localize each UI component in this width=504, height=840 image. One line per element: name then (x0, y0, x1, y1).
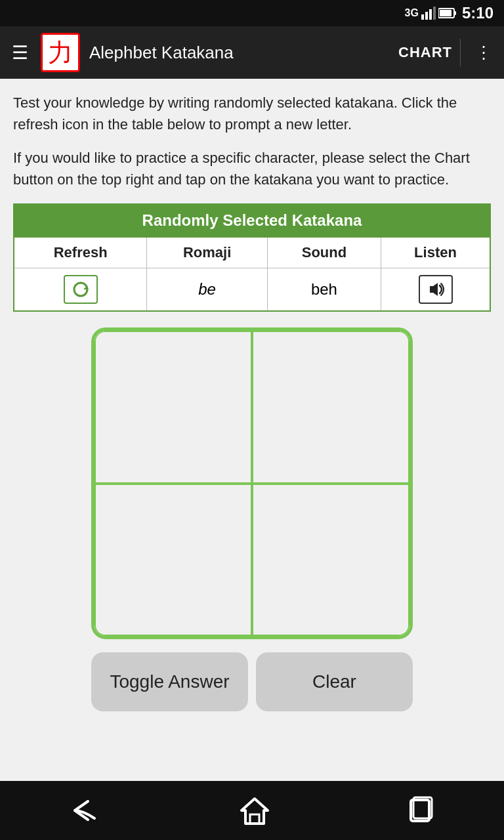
status-bar: 3G 5:10 (0, 0, 504, 26)
table-data-row: be beh (14, 268, 490, 312)
logo-kanji: 力 (48, 40, 73, 65)
signal-bars-icon (421, 7, 436, 20)
svg-rect-3 (433, 7, 436, 20)
svg-marker-9 (242, 799, 268, 824)
refresh-cell (14, 268, 147, 312)
back-icon (68, 797, 102, 824)
bottom-nav-bar (0, 781, 504, 840)
table-header: Randomly Selected Katakana (14, 204, 490, 237)
menu-icon[interactable]: ☰ (8, 42, 32, 64)
svg-rect-0 (421, 14, 424, 20)
drawing-cell-bottom-left[interactable] (94, 484, 252, 637)
signal-indicator: 3G (405, 7, 457, 20)
network-type: 3G (405, 7, 419, 19)
sound-value: beh (311, 280, 337, 298)
svg-marker-8 (430, 283, 438, 296)
toggle-answer-button[interactable]: Toggle Answer (91, 652, 248, 711)
app-title: Alephbet Katakana (89, 43, 381, 63)
table-columns: Refresh Romaji Sound Listen (14, 237, 490, 268)
katakana-table: Randomly Selected Katakana Refresh Romaj… (13, 203, 491, 312)
clear-button[interactable]: Clear (256, 652, 413, 711)
col-romaji: Romaji (147, 237, 268, 268)
col-listen: Listen (381, 237, 491, 268)
refresh-button[interactable] (64, 275, 98, 304)
app-bar: ☰ 力 Alephbet Katakana CHART ⋮ (0, 26, 504, 79)
app-logo: 力 (41, 33, 80, 72)
col-refresh: Refresh (14, 237, 147, 268)
content-area: Test your knowledge by writing randomly … (0, 79, 504, 781)
drawing-cell-top-left[interactable] (94, 331, 252, 484)
recents-icon (407, 796, 436, 825)
drawing-canvas[interactable] (91, 327, 413, 639)
home-nav-button[interactable] (219, 789, 290, 831)
action-buttons-row: Toggle Answer Clear (91, 652, 413, 711)
svg-rect-6 (440, 10, 452, 16)
col-sound: Sound (267, 237, 381, 268)
listen-cell (381, 268, 491, 312)
status-time: 5:10 (462, 4, 494, 22)
instructions-block: Test your knowledge by writing randomly … (13, 92, 491, 190)
overflow-menu-icon[interactable]: ⋮ (470, 37, 496, 68)
back-nav-button[interactable] (49, 791, 122, 830)
svg-rect-2 (429, 9, 432, 20)
instructions-para1: Test your knowledge by writing randomly … (13, 92, 491, 135)
romaji-cell: be (147, 268, 268, 312)
chart-button[interactable]: CHART (390, 39, 461, 66)
drawing-cell-bottom-right[interactable] (252, 484, 410, 637)
sound-cell: beh (267, 268, 381, 312)
speaker-icon (427, 280, 445, 299)
home-icon (239, 796, 270, 825)
recents-nav-button[interactable] (387, 789, 455, 831)
table-title: Randomly Selected Katakana (14, 204, 490, 237)
refresh-icon (72, 280, 90, 299)
instructions-para2: If you would like to practice a specific… (13, 147, 491, 190)
battery-icon (438, 7, 457, 19)
romaji-value: be (198, 280, 216, 298)
listen-button[interactable] (419, 275, 453, 304)
drawing-cell-top-right[interactable] (252, 331, 410, 484)
svg-rect-5 (454, 11, 456, 15)
svg-rect-1 (425, 12, 428, 20)
svg-rect-10 (250, 814, 259, 824)
